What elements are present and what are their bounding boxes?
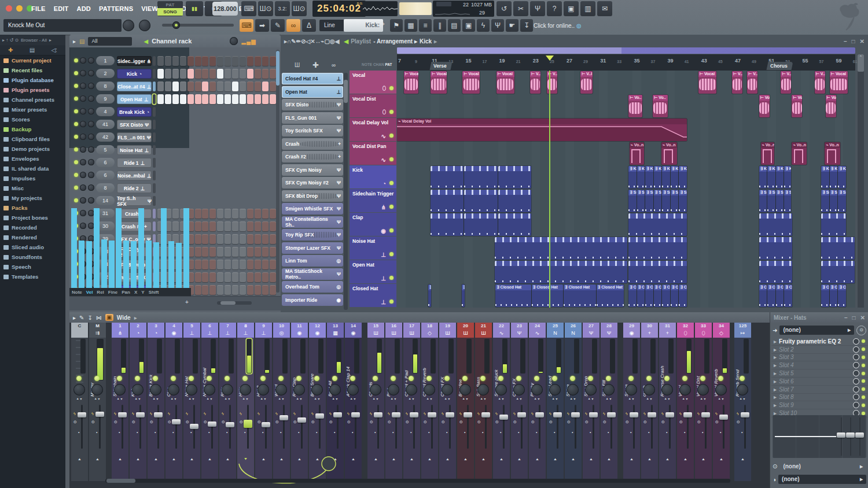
browser-window-icon[interactable]: ▤ — [448, 19, 461, 32]
pattern-clip[interactable]: ∃ Ki..#2 — [662, 166, 670, 188]
plug-icon[interactable]: ϟ — [442, 412, 444, 416]
step-cell[interactable] — [217, 234, 223, 244]
fader-cap[interactable] — [648, 412, 656, 417]
graph-tab-y[interactable]: Y — [141, 290, 144, 295]
audio-clip[interactable]: ⊢ V..l — [781, 71, 791, 94]
plug-icon[interactable]: ϟ — [679, 412, 682, 416]
route-arrow-icon[interactable]: ⯅ — [734, 457, 751, 463]
mixer-h-scrollbar[interactable] — [105, 479, 730, 483]
graph-tab-fine[interactable]: Fine — [108, 290, 117, 295]
add-pattern-button[interactable]: + — [381, 21, 385, 27]
project-picker-icon[interactable]: ▣ — [462, 19, 475, 32]
step-cell[interactable] — [180, 94, 186, 104]
piano-roll-window-icon[interactable]: ▦ — [404, 19, 417, 32]
playlist-track-header-vocal-dist[interactable]: Vocal Dist⬯ — [350, 94, 396, 117]
step-cell[interactable] — [217, 56, 223, 66]
channel-button-sfx-disto[interactable]: SFX DistoΨ — [117, 120, 152, 130]
menu-item-add[interactable]: ADD — [77, 5, 91, 12]
pattern-clip[interactable]: ∃ Cl..#3 — [679, 284, 687, 307]
strip-header[interactable]: 8⊥ — [237, 323, 254, 338]
step-cell[interactable] — [209, 82, 216, 91]
strip-header[interactable]: 20Ш — [457, 323, 474, 338]
audio-clip[interactable]: ⊢ Vocal — [830, 71, 848, 94]
strip-meter[interactable] — [80, 339, 86, 374]
strip-meter[interactable] — [139, 339, 144, 374]
mixer-strip-break-kick[interactable]: 3◔Break Kick⯅⯆ϟ⊙•⯅ — [148, 323, 164, 481]
mixer-strip-square-pluck[interactable]: 22∿Square pluck⯅⯆ϟ⊙•⯅ — [493, 323, 510, 481]
plug-icon[interactable]: ϟ — [626, 412, 628, 416]
fx-slot-slot-9[interactable]: ▸Slot 9 — [771, 401, 867, 409]
strip-led[interactable] — [373, 376, 378, 381]
window-buttons[interactable]: –□✕ — [844, 38, 865, 45]
slot-enable-led[interactable] — [862, 372, 865, 375]
strip-fader[interactable] — [319, 405, 321, 449]
pattern-clip[interactable]: ∃ Cl..#3 — [821, 284, 829, 307]
browser-item-speech[interactable]: Speech — [0, 262, 65, 272]
strip-meter[interactable] — [395, 339, 400, 374]
rack-v-scrollbar[interactable] — [276, 50, 279, 293]
strip-fader[interactable] — [485, 405, 487, 449]
step-cell[interactable] — [202, 221, 208, 231]
render-icon[interactable]: ▥ — [580, 1, 595, 16]
plug-icon[interactable]: ϟ — [329, 412, 332, 416]
strip-led[interactable] — [260, 376, 266, 381]
fader-cap[interactable] — [244, 420, 252, 428]
browser-item-channel-presets[interactable]: Channel presets — [0, 95, 65, 105]
graph-tab-shift[interactable]: Shift — [149, 290, 159, 295]
step-cell[interactable] — [232, 221, 238, 231]
step-cell[interactable] — [187, 69, 194, 79]
strip-fader[interactable] — [81, 405, 83, 449]
route-arrow-icon[interactable]: ⯅ — [475, 457, 492, 463]
channel-button-kick[interactable]: Kick◔ — [117, 69, 152, 79]
channel-volume-knob[interactable] — [88, 57, 94, 64]
strip-body[interactable]: Square pluck⯅⯆ϟ⊙•⯅ — [493, 338, 510, 481]
strip-led[interactable] — [628, 376, 634, 381]
stereo-sep-arrows[interactable]: ⯅⯆ — [713, 397, 730, 401]
plugin-picker-icon[interactable]: ϟ — [477, 19, 490, 32]
step-cell[interactable] — [240, 234, 246, 244]
clock-icon[interactable]: ⊙ — [293, 420, 297, 424]
clock-icon[interactable]: ⊙ — [531, 420, 535, 424]
fader-cap[interactable] — [481, 412, 490, 417]
step-cell[interactable] — [172, 56, 179, 66]
strip-header[interactable]: 24∿ — [529, 323, 546, 338]
clock-icon[interactable]: ⊙ — [258, 420, 261, 424]
track-enable-led[interactable] — [389, 134, 393, 138]
route-arrow-icon[interactable]: ⯅ — [273, 457, 290, 463]
fader-cap[interactable] — [315, 413, 324, 419]
strip-led[interactable] — [498, 376, 503, 381]
strip-led[interactable] — [207, 376, 212, 381]
step-cell[interactable] — [270, 247, 276, 257]
pattern-clip[interactable] — [759, 237, 792, 260]
step-cell[interactable] — [202, 209, 208, 219]
touch-controller-icon[interactable]: ☛ — [506, 19, 518, 32]
pattern-clip[interactable]: ∃ Closed Hat — [564, 284, 596, 307]
velocity-bar[interactable] — [79, 241, 84, 289]
step-cell[interactable] — [232, 260, 238, 269]
mixer-strip-reverb-send[interactable]: 125↦Reverb Send⯅⯆ϟ⊙•⯅ — [734, 323, 751, 481]
stereo-sep-arrows[interactable]: ⯅⯆ — [273, 397, 290, 401]
slot-mix-knob[interactable] — [853, 354, 859, 360]
route-arrow-icon[interactable]: ⯅ — [641, 457, 658, 463]
audio-clip[interactable]: ⊢ Vo.. — [653, 95, 667, 117]
playlist-track-header-vocal-dist-pan[interactable]: Vocal Dist Pan∿ — [350, 142, 396, 165]
pattern-clip[interactable]: ∃ Sid..2 — [679, 190, 687, 212]
strip-led[interactable] — [682, 376, 687, 381]
strip-fader[interactable] — [467, 405, 469, 449]
channel-target-meter[interactable] — [153, 82, 156, 91]
strip-led[interactable] — [314, 376, 319, 381]
strip-fader[interactable] — [687, 405, 689, 449]
menu-item-patterns[interactable]: PATTERNS — [99, 5, 133, 12]
step-cell[interactable] — [247, 56, 253, 66]
pattern-clip[interactable]: ∃ Ki..#2 — [671, 166, 679, 188]
strip-body[interactable]: Kick⯅⯆ϟ⊙•⯅ — [130, 338, 146, 481]
stereo-sep-arrows[interactable]: ⯅⯆ — [367, 397, 384, 401]
mixer-strip-beat-snare[interactable]: 12◉Beat Snare⯅⯆ϟ⊙•⯅ — [309, 323, 326, 481]
fx-slot-slot-8[interactable]: ▸Slot 8 — [771, 394, 867, 402]
fader-cap[interactable] — [499, 415, 508, 420]
record-audio-icon[interactable]: Ψ — [530, 1, 545, 16]
playlist-v-scrollbar[interactable]: ⌃ — [858, 54, 864, 308]
pattern-clip[interactable]: ∃ Cl..#3 — [776, 284, 784, 307]
fader-cap[interactable] — [297, 417, 306, 423]
master-volume-bar[interactable] — [399, 2, 432, 15]
